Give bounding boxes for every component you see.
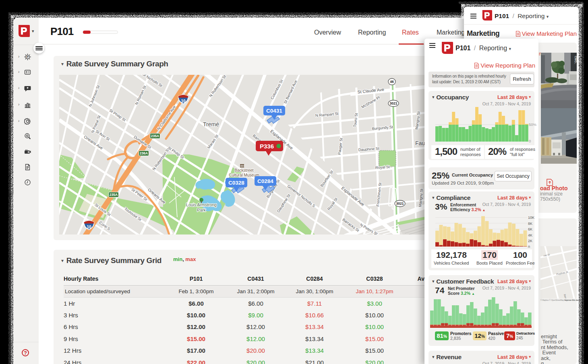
svg-text:46: 46	[390, 80, 394, 84]
svg-text:6K: 6K	[528, 227, 532, 231]
svg-text:235A: 235A	[151, 134, 159, 138]
svg-text:C0284: C0284	[257, 178, 273, 184]
svg-text:P: P	[27, 55, 29, 59]
svg-text:50%: 50%	[529, 122, 537, 127]
svg-text:P336: P336	[260, 143, 274, 150]
svg-text:C0328: C0328	[228, 180, 244, 186]
svg-text:0: 0	[529, 139, 531, 143]
svg-text:Tremé: Tremé	[203, 121, 219, 128]
svg-text:2K: 2K	[528, 239, 532, 243]
svg-text:3021: 3021	[390, 101, 398, 105]
svg-text:235A: 235A	[110, 193, 118, 197]
svg-text:Backstreet: Backstreet	[234, 168, 253, 173]
svg-text:4K: 4K	[528, 233, 532, 237]
svg-text:10: 10	[87, 225, 91, 229]
svg-text:C0431: C0431	[266, 108, 282, 114]
svg-text:Fau: Fau	[415, 140, 425, 146]
svg-text:CMO..: CMO..	[574, 56, 577, 64]
svg-text:Park: Park	[197, 208, 206, 212]
svg-text:8K: 8K	[528, 222, 532, 226]
svg-text:236A: 236A	[140, 151, 148, 155]
svg-text:Cultural Museum: Cultural Museum	[229, 173, 259, 177]
svg-text:0: 0	[528, 245, 530, 248]
svg-text:10: 10	[181, 99, 186, 103]
svg-text:10K: 10K	[528, 216, 534, 220]
svg-text:3021: 3021	[396, 202, 404, 206]
